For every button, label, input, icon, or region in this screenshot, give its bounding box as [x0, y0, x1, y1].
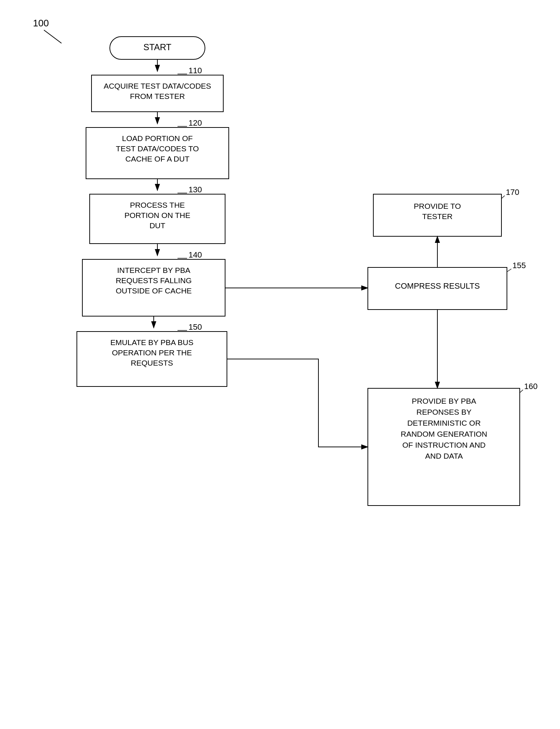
n155-t1: COMPRESS RESULTS [395, 281, 480, 291]
n160-t2: REPONSES BY [417, 408, 472, 416]
lbl-160: 160 [524, 382, 538, 391]
n150-t2: OPERATION PER THE [112, 348, 192, 357]
n140-t2: REQUESTS FALLING [116, 276, 192, 285]
lbl-170: 170 [506, 188, 519, 197]
n160-t6: AND DATA [425, 452, 463, 460]
n150-t1: EMULATE BY PBA BUS [111, 338, 194, 347]
start-text: START [143, 42, 172, 52]
n160-t4: RANDOM GENERATION [401, 430, 487, 438]
n150-t3: REQUESTS [131, 359, 173, 367]
n160-t1: PROVIDE BY PBA [412, 397, 476, 405]
lbl-140: 140 [188, 250, 202, 259]
n140-t3: OUTSIDE OF CACHE [116, 286, 192, 295]
n140-t1: INTERCEPT BY PBA [117, 266, 190, 274]
lbl-150: 150 [188, 322, 202, 332]
lbl-130: 130 [188, 185, 202, 194]
n170-t1: PROVIDE TO [414, 202, 461, 210]
n120-t1: LOAD PORTION OF [122, 134, 193, 143]
lbl-155: 155 [512, 261, 526, 270]
lbl-120: 120 [188, 118, 202, 127]
n160-t3: DETERMINISTIC OR [407, 419, 481, 427]
n130-t1: PROCESS THE [130, 201, 185, 209]
n110-t1: ACQUIRE TEST DATA/CODES [104, 82, 211, 90]
n130-t2: PORTION ON THE [124, 211, 190, 219]
n110-t2: FROM TESTER [130, 92, 185, 100]
n120-t2: TEST DATA/CODES TO [116, 144, 199, 153]
n120-t3: CACHE OF A DUT [125, 155, 189, 163]
n160-t5: OF INSTRUCTION AND [402, 441, 486, 449]
lbl-110: 110 [188, 66, 202, 75]
n170-t2: TESTER [422, 212, 453, 221]
flowchart-overlay: 100 START 110 ACQUIRE TEST DATA/CODES FR… [0, 0, 560, 729]
ref-100: 100 [33, 18, 49, 29]
n130-t3: DUT [149, 221, 165, 230]
